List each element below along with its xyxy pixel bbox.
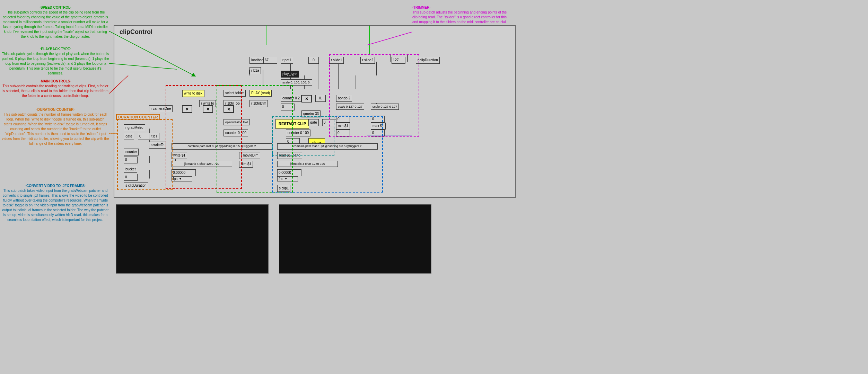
r-cameraone-obj[interactable]: r cameraOne	[149, 105, 173, 112]
play-type-obj[interactable]: play_type	[281, 71, 299, 78]
r-slide2-obj[interactable]: r slide2	[360, 57, 375, 64]
duration-counter-annotation: ·DURATION COUNTER· This sub-patch counts…	[2, 107, 109, 146]
trimmer-title: ·TRIMMER·	[412, 6, 430, 9]
dim-1-obj[interactable]: dim $1	[239, 161, 253, 168]
playback-type-body: This sub-patch cycles through the type o…	[2, 52, 109, 75]
val-0-scale2: 0	[371, 116, 385, 123]
play-read-obj[interactable]: PLAY (read)	[249, 90, 272, 97]
counter-0-500-obj[interactable]: counter 0 500	[223, 130, 248, 136]
main-controls-title: ·MAIN CONTROLS·	[40, 79, 71, 83]
duration-counter-body: This sub-patch counts the number of fram…	[2, 113, 109, 145]
toggle-3[interactable]: ×	[223, 105, 234, 113]
val-0-gate-restart: 0	[322, 119, 336, 126]
restart-clip-obj[interactable]: RESTART CLIP	[275, 119, 309, 129]
speed-control-annotation: ·SPEED CONTROL· This sub-patch controls …	[2, 5, 109, 39]
toggle-1[interactable]: ×	[182, 105, 192, 113]
counter-0-2-obj[interactable]: counter 0 2	[281, 95, 301, 102]
read-1-obj[interactable]: read $1, bang	[277, 152, 302, 159]
val-0-top: 0	[308, 57, 319, 64]
convert-video-title: ·CONVERT VIDEO TO .JFX FRAMES·	[25, 184, 86, 188]
main-controls-annotation: ·MAIN CONTROLS· This sub-patch controls …	[2, 79, 109, 98]
val-127-obj: 127	[392, 57, 405, 64]
r-1btnbtm-obj[interactable]: r 1btnBtm	[249, 100, 268, 107]
convert-video-body: This sub-patch takes video input from th…	[2, 189, 108, 222]
s-writeto-obj[interactable]: s writeTo	[149, 142, 166, 149]
patch-title: clipControl	[120, 28, 152, 36]
t-b-l-obj[interactable]: t b l	[149, 133, 159, 140]
playback-type-annotation: ·PLAYBACK TYPE· This sub-patch cycles th…	[2, 47, 109, 76]
duration-counter-title: ·DURATION COUNTER·	[36, 108, 74, 112]
min-1-obj[interactable]: min $1	[336, 123, 350, 130]
val-0-counter2: 0	[281, 104, 295, 110]
video-preview-1	[116, 204, 269, 274]
fps-read-dropdown[interactable]: fps	[277, 176, 298, 181]
scale-0-127-1-obj[interactable]: scale 0 127 0 127	[336, 104, 364, 110]
combine-path-write-obj[interactable]: combine path mat 0 .jxf @padding 0 0 5 @…	[172, 143, 272, 150]
r-slide1-obj[interactable]: r slide1	[329, 57, 344, 64]
speed-control-title: ·SPEED CONTROL·	[40, 6, 71, 9]
jit-matrix-write-obj[interactable]: jit.matrix 4 char 1280 720	[172, 161, 232, 167]
val-0-bucket-dur: 0	[124, 174, 138, 181]
select-folder-obj[interactable]: select folder	[223, 90, 246, 97]
toggle-2[interactable]: ×	[203, 105, 213, 113]
val-67-obj[interactable]: 67	[263, 57, 277, 64]
gate-dur-obj[interactable]: gate	[124, 133, 134, 140]
val-0-bondo: 0	[336, 116, 350, 123]
bucket-dur-obj[interactable]: bucket	[124, 166, 137, 173]
val-0-write: 0.00000	[172, 169, 196, 176]
jit-matrix-read-obj[interactable]: jit.matrix 4 char 1280 720	[277, 161, 338, 167]
write-1-obj[interactable]: write $1	[172, 152, 187, 159]
r-b1a-obj[interactable]: r b1a	[249, 67, 261, 74]
speed-control-body: This sub-patch controls the speed of the…	[3, 10, 108, 38]
r-clipduration-obj[interactable]: r clipDuration	[416, 57, 440, 64]
bondo-2-obj[interactable]: bondo 2	[336, 95, 352, 102]
val-0-counter-dur: 0	[124, 157, 138, 163]
openndialog-fold-obj[interactable]: openndialog fold	[223, 119, 250, 125]
s-clipduration-obj[interactable]: s clipDuration	[124, 182, 148, 189]
r-grabmetro-obj[interactable]: r grabMetro	[124, 124, 145, 131]
counter-0-100-obj[interactable]: counter 0 100	[286, 130, 310, 136]
counter-dur-obj[interactable]: counter	[124, 149, 139, 155]
gate-restart-obj[interactable]: gate	[308, 119, 319, 126]
write-to-disk-obj[interactable]: write to disk	[182, 90, 204, 97]
r-moviedim-obj[interactable]: r movieDim	[239, 152, 260, 159]
x-toggle-obj[interactable]: ×	[301, 95, 312, 103]
qmetro-33-obj[interactable]: qmetro 33	[301, 110, 321, 117]
dot-0-obj: 0.	[315, 95, 326, 102]
fps-write-dropdown[interactable]: fps	[172, 176, 192, 181]
main-controls-body: This sub-patch controls the reading and …	[2, 84, 108, 98]
combine-path-read-obj[interactable]: combine path mat 0 .jxf @padding 0 0 5 @…	[277, 143, 378, 150]
val-0-read: 0.00000	[277, 169, 301, 176]
max-1-obj[interactable]: max $1	[371, 123, 386, 130]
video-preview-2	[279, 204, 431, 274]
val-0-min: 0	[336, 130, 350, 136]
duration-counter-label: DURATION COUNTER	[116, 114, 160, 120]
patch-canvas: clipControl loadbang 67 r pot1 0 r slide…	[114, 25, 516, 198]
s-clip1-obj[interactable]: s clip1	[277, 185, 290, 192]
scale-0-127-2-obj[interactable]: scale 0 127 0 127	[371, 104, 399, 110]
val-0-max: 0	[371, 130, 385, 136]
playback-type-title: ·PLAYBACK TYPE·	[40, 47, 71, 51]
scale-0-100-obj[interactable]: scale 0. 100. 100. 0.	[281, 79, 312, 86]
convert-video-annotation: ·CONVERT VIDEO TO .JFX FRAMES· This sub-…	[2, 184, 109, 222]
r-pot1-obj[interactable]: r pot1	[281, 57, 293, 64]
